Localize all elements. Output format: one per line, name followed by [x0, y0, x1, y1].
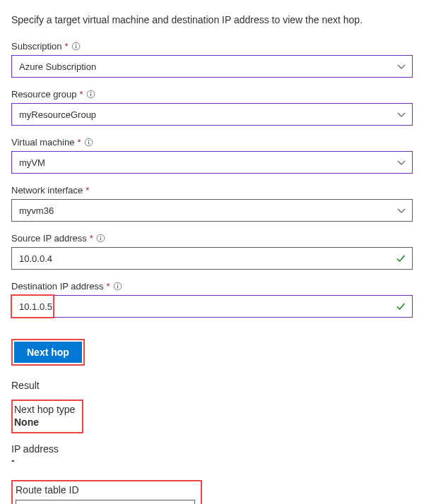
- virtual-machine-label: Virtual machine *: [11, 137, 413, 148]
- ip-address-value: -: [11, 455, 413, 466]
- next-hop-type-value: None: [14, 416, 75, 428]
- subscription-label-text: Subscription: [11, 41, 62, 52]
- network-interface-label-text: Network interface: [11, 185, 83, 196]
- subscription-dropdown[interactable]: Azure Subscription: [11, 55, 413, 78]
- next-hop-button[interactable]: Next hop: [14, 342, 82, 363]
- virtual-machine-label-text: Virtual machine: [11, 137, 74, 148]
- field-subscription: Subscription * Azure Subscription: [11, 41, 413, 78]
- route-table-label: Route table ID: [16, 484, 195, 496]
- destination-ip-input-wrap: [11, 295, 413, 318]
- ip-address-label: IP address: [11, 443, 413, 455]
- next-hop-type-label: Next hop type: [14, 404, 75, 415]
- field-network-interface: Network interface * myvm36: [11, 185, 413, 222]
- source-ip-label-text: Source IP address: [11, 233, 87, 244]
- field-virtual-machine: Virtual machine * myVM: [11, 137, 413, 174]
- chevron-down-icon: [396, 109, 406, 119]
- highlight-box: Next hop: [11, 339, 85, 366]
- resource-group-value: myResourceGroup: [19, 109, 96, 120]
- check-icon: [395, 301, 406, 312]
- svg-point-1: [76, 44, 76, 44]
- info-icon[interactable]: [83, 138, 93, 148]
- next-hop-type-block: Next hop type None: [11, 400, 83, 433]
- destination-ip-label: Destination IP address *: [11, 281, 413, 292]
- svg-rect-11: [100, 238, 101, 241]
- svg-point-13: [117, 284, 118, 284]
- virtual-machine-value: myVM: [19, 157, 45, 168]
- resource-group-label: Resource group *: [11, 89, 413, 100]
- svg-rect-2: [76, 46, 76, 49]
- destination-ip-input[interactable]: [19, 301, 395, 312]
- page-description: Specify a target virtual machine and des…: [11, 14, 413, 25]
- svg-rect-14: [117, 286, 118, 289]
- check-icon: [395, 253, 406, 264]
- route-table-block: Route table ID: [11, 480, 202, 504]
- chevron-down-icon: [396, 157, 406, 167]
- source-ip-label: Source IP address *: [11, 233, 413, 244]
- required-star: *: [77, 137, 81, 148]
- network-interface-value: myvm36: [19, 205, 54, 216]
- svg-rect-5: [90, 94, 91, 97]
- info-icon[interactable]: [96, 234, 106, 244]
- required-star: *: [90, 233, 93, 244]
- svg-point-10: [100, 236, 101, 236]
- svg-rect-8: [88, 142, 89, 145]
- svg-point-7: [88, 140, 89, 140]
- subscription-label: Subscription *: [11, 41, 413, 52]
- resource-group-label-text: Resource group: [11, 89, 77, 100]
- route-table-input-wrap: [16, 500, 195, 504]
- ip-address-block: IP address -: [11, 443, 413, 466]
- info-icon[interactable]: [113, 282, 123, 292]
- source-ip-input[interactable]: [19, 253, 395, 264]
- network-interface-label: Network interface *: [11, 185, 413, 196]
- chevron-down-icon: [396, 205, 406, 215]
- source-ip-input-wrap: [11, 247, 413, 270]
- required-star: *: [107, 281, 110, 292]
- required-star: *: [65, 41, 69, 52]
- chevron-down-icon: [396, 61, 406, 71]
- resource-group-dropdown[interactable]: myResourceGroup: [11, 103, 413, 126]
- virtual-machine-dropdown[interactable]: myVM: [11, 151, 413, 174]
- info-icon[interactable]: [71, 42, 81, 52]
- network-interface-dropdown[interactable]: myvm36: [11, 199, 413, 222]
- field-resource-group: Resource group * myResourceGroup: [11, 89, 413, 126]
- subscription-value: Azure Subscription: [19, 61, 96, 72]
- svg-point-4: [90, 92, 91, 92]
- destination-ip-label-text: Destination IP address: [11, 281, 104, 292]
- required-star: *: [86, 185, 89, 196]
- info-icon[interactable]: [86, 90, 96, 100]
- field-destination-ip: Destination IP address *: [11, 281, 413, 318]
- field-source-ip: Source IP address *: [11, 233, 413, 270]
- result-heading: Result: [11, 380, 413, 391]
- required-star: *: [80, 89, 83, 100]
